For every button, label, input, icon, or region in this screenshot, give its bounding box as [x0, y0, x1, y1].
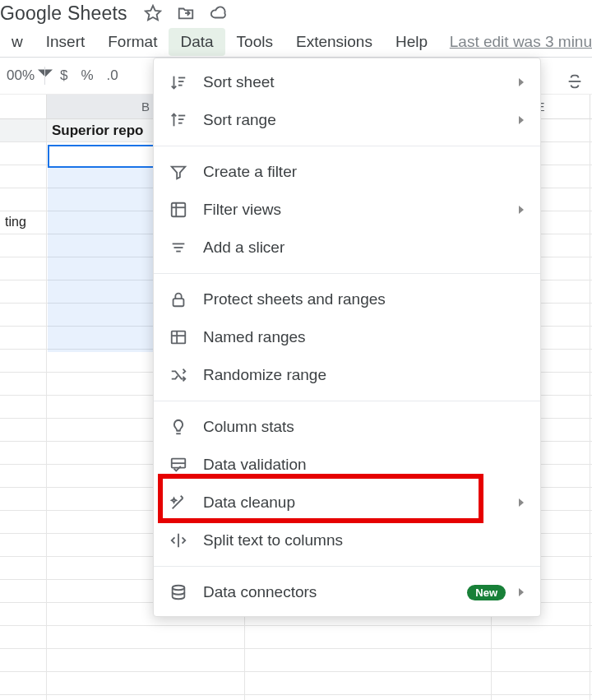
menu-label: Split text to columns: [203, 531, 524, 549]
cloud-status-icon[interactable]: [210, 4, 228, 22]
split-icon: [169, 531, 188, 550]
menu-label: Sort sheet: [203, 73, 512, 91]
menu-label: Data connectors: [203, 583, 467, 601]
svg-rect-1: [172, 203, 186, 217]
menu-label: Randomize range: [203, 366, 524, 384]
submenu-arrow-icon: [519, 206, 524, 214]
svg-rect-3: [172, 331, 186, 344]
menu-label: Data validation: [203, 456, 524, 474]
svg-rect-2: [173, 299, 184, 306]
lock-icon: [169, 290, 188, 309]
menu-separator: [154, 401, 540, 401]
menu-tools[interactable]: Tools: [225, 28, 284, 56]
menu-separator: [154, 146, 540, 146]
svg-point-5: [173, 586, 185, 591]
menu-data-connectors[interactable]: Data connectors New: [154, 573, 540, 611]
slicer-icon: [169, 238, 188, 257]
sort-range-icon: [169, 110, 188, 130]
titlebar: Google Sheets: [0, 0, 592, 26]
menu-sort-sheet[interactable]: Sort sheet: [154, 63, 540, 101]
menu-label: Named ranges: [203, 328, 524, 346]
menu-data-validation[interactable]: Data validation: [154, 446, 540, 484]
doc-title[interactable]: Google Sheets: [0, 2, 127, 25]
menu-label: Column stats: [203, 418, 524, 436]
menu-split-text[interactable]: Split text to columns: [154, 522, 540, 559]
table-row[interactable]: [0, 649, 592, 672]
data-menu-popup: Sort sheet Sort range Create a filter Fi…: [153, 58, 541, 617]
menubar: w Insert Format Data Tools Extensions He…: [0, 26, 592, 58]
col-header-a[interactable]: [0, 95, 47, 118]
menu-label: Protect sheets and ranges: [203, 290, 524, 308]
menu-add-slicer[interactable]: Add a slicer: [154, 229, 540, 267]
move-folder-icon[interactable]: [177, 4, 195, 22]
submenu-arrow-icon: [519, 588, 524, 596]
lightbulb-icon: [169, 417, 188, 437]
menu-label: Sort range: [203, 111, 512, 129]
menu-insert[interactable]: Insert: [35, 28, 97, 56]
strikethrough-button[interactable]: [566, 72, 584, 94]
menu-label: Add a slicer: [203, 239, 524, 257]
menu-data-cleanup[interactable]: Data cleanup: [154, 484, 540, 522]
menu-named-ranges[interactable]: Named ranges: [154, 318, 540, 356]
menu-create-filter[interactable]: Create a filter: [154, 153, 540, 191]
named-ranges-icon: [169, 327, 188, 347]
menu-separator: [154, 566, 540, 567]
menu-sort-range[interactable]: Sort range: [154, 101, 540, 139]
star-icon[interactable]: [144, 4, 162, 22]
menu-help[interactable]: Help: [384, 28, 439, 56]
shuffle-icon: [169, 365, 188, 385]
submenu-arrow-icon: [519, 116, 524, 124]
sort-sheet-icon: [169, 72, 188, 92]
currency-format-button[interactable]: $: [53, 58, 74, 94]
menu-extensions[interactable]: Extensions: [284, 28, 384, 56]
zoom-value: 00%: [7, 67, 35, 84]
toolbar-separator: [44, 67, 45, 85]
table-row[interactable]: [0, 695, 592, 700]
menu-separator: [154, 273, 540, 274]
menu-filter-views[interactable]: Filter views: [154, 191, 540, 229]
menu-view-partial[interactable]: w: [0, 28, 35, 56]
menu-protect-sheets[interactable]: Protect sheets and ranges: [154, 280, 540, 318]
percent-format-button[interactable]: %: [74, 58, 99, 94]
menu-label: Data cleanup: [203, 494, 512, 512]
menu-label: Filter views: [203, 201, 512, 219]
filter-icon: [169, 162, 188, 182]
menu-randomize-range[interactable]: Randomize range: [154, 356, 540, 394]
table-row[interactable]: [0, 626, 592, 649]
last-edit-link[interactable]: Last edit was 3 minu: [450, 33, 592, 51]
filter-views-icon: [169, 200, 188, 220]
wand-icon: [169, 493, 188, 512]
decrease-decimal-button[interactable]: .0: [100, 58, 125, 94]
menu-data[interactable]: Data: [169, 28, 224, 56]
cell[interactable]: [0, 119, 47, 141]
new-badge: New: [467, 585, 506, 600]
submenu-arrow-icon: [519, 78, 524, 86]
table-row[interactable]: [0, 672, 592, 695]
data-validation-icon: [169, 455, 188, 475]
zoom-select[interactable]: 00%: [0, 58, 36, 94]
chevron-down-icon: [38, 67, 53, 86]
menu-column-stats[interactable]: Column stats: [154, 408, 540, 446]
menu-label: Create a filter: [203, 163, 524, 181]
svg-marker-0: [146, 6, 160, 20]
database-icon: [169, 582, 188, 602]
submenu-arrow-icon: [519, 498, 524, 507]
menu-format[interactable]: Format: [96, 28, 169, 56]
